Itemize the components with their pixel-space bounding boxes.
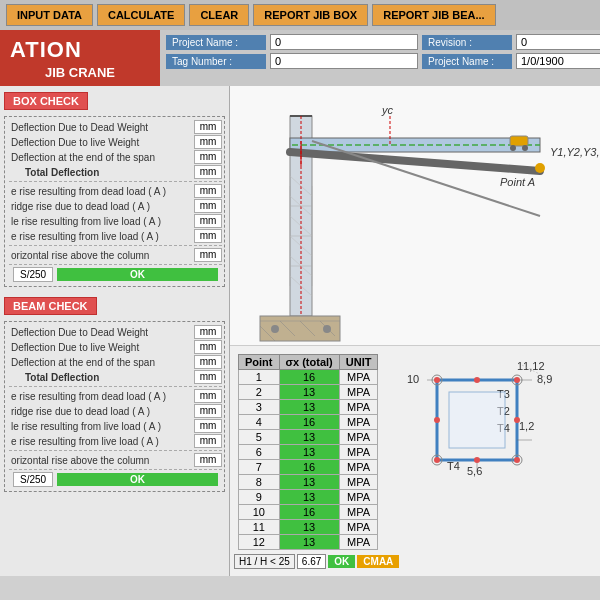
stress-point: 9	[239, 490, 280, 505]
stress-row-12: 12 13 MPA	[239, 535, 378, 550]
box-limit-label: S/250	[13, 267, 53, 282]
stress-unit: MPA	[339, 505, 378, 520]
beam-rise3-unit: mm	[194, 419, 222, 433]
tag-number-row: Tag Number : Project Name :	[166, 53, 600, 69]
svg-text:1,2: 1,2	[519, 420, 534, 432]
svg-text:8,9: 8,9	[537, 373, 552, 385]
box-rise3-unit: mm	[194, 214, 222, 228]
stress-unit: MPA	[339, 475, 378, 490]
beam-rise1-label: e rise resulting from dead load ( A )	[9, 391, 194, 402]
footer-formula: H1 / H < 25	[234, 554, 295, 569]
stress-row-4: 4 16 MPA	[239, 415, 378, 430]
revision-input[interactable]	[516, 34, 600, 50]
svg-rect-54	[449, 392, 505, 448]
stress-footer-row: H1 / H < 25 6.67 OK CMAA	[234, 554, 399, 569]
main-content: BOX CHECK Deflection Due to Dead Weight …	[0, 86, 600, 576]
beam-live-weight-row: Deflection Due to live Weight mm	[9, 340, 222, 354]
stress-row-10: 10 16 MPA	[239, 505, 378, 520]
main-title: ATION	[10, 37, 150, 63]
stress-point: 12	[239, 535, 280, 550]
input-data-button[interactable]: INPUT DATA	[6, 4, 93, 26]
crane-svg: yc Point A Y1,Y2,Y3,Y...	[230, 86, 600, 346]
stress-point: 7	[239, 460, 280, 475]
box-horiz-row: orizontal rise above the column mm	[9, 248, 222, 262]
beam-rise2-unit: mm	[194, 404, 222, 418]
report-jib-box-button[interactable]: REPORT JIB BOX	[253, 4, 368, 26]
box-rise4-label: e rise resulting from live load ( A )	[9, 231, 194, 242]
stress-unit: MPA	[339, 400, 378, 415]
stress-point: 10	[239, 505, 280, 520]
svg-text:11,12: 11,12	[517, 360, 545, 372]
stress-unit: MPA	[339, 370, 378, 385]
svg-text:5,6: 5,6	[467, 465, 482, 477]
stress-value: 16	[279, 505, 339, 520]
calculate-button[interactable]: CALCULATE	[97, 4, 185, 26]
stress-value: 16	[279, 370, 339, 385]
stress-row-1: 1 16 MPA	[239, 370, 378, 385]
stress-row-7: 7 16 MPA	[239, 460, 378, 475]
box-check-box: Deflection Due to Dead Weight mm Deflect…	[4, 116, 225, 287]
box-check-section: BOX CHECK Deflection Due to Dead Weight …	[0, 86, 229, 287]
beam-total-unit: mm	[194, 370, 222, 384]
box-rise4-row: e rise resulting from live load ( A ) mm	[9, 229, 222, 243]
beam-rise2-label: ridge rise due to dead load ( A )	[9, 406, 194, 417]
stress-unit: MPA	[339, 415, 378, 430]
box-span-row: Deflection at the end of the span mm	[9, 150, 222, 164]
clear-button[interactable]: CLEAR	[189, 4, 249, 26]
beam-horiz-label: orizontal rise above the column	[9, 455, 194, 466]
stress-point: 1	[239, 370, 280, 385]
beam-span-unit: mm	[194, 355, 222, 369]
tag-number-input[interactable]	[270, 53, 418, 69]
beam-live-weight-unit: mm	[194, 340, 222, 354]
svg-text:T4: T4	[447, 460, 460, 472]
col-point: Point	[239, 355, 280, 370]
beam-check-section: BEAM CHECK Deflection Due to Dead Weight…	[0, 291, 229, 492]
crane-diagram: yc Point A Y1,Y2,Y3,Y...	[230, 86, 600, 346]
box-live-weight-label: Deflection Due to live Weight	[9, 137, 194, 148]
box-dead-weight-unit: mm	[194, 120, 222, 134]
stress-point: 5	[239, 430, 280, 445]
stress-unit: MPA	[339, 445, 378, 460]
stress-value: 16	[279, 460, 339, 475]
stress-point: 2	[239, 385, 280, 400]
footer-value: 6.67	[297, 554, 326, 569]
col-sigma: σx (total)	[279, 355, 339, 370]
project-name-input[interactable]	[270, 34, 418, 50]
stress-unit: MPA	[339, 430, 378, 445]
beam-rise4-unit: mm	[194, 434, 222, 448]
stress-row-8: 8 13 MPA	[239, 475, 378, 490]
project-name2-input[interactable]	[516, 53, 600, 69]
stress-unit: MPA	[339, 460, 378, 475]
report-jib-beam-button[interactable]: REPORT JIB BEA...	[372, 4, 495, 26]
sub-title: JIB CRANE	[10, 65, 150, 80]
box-horiz-unit: mm	[194, 248, 222, 262]
box-rise3-label: le rise resulting from live load ( A )	[9, 216, 194, 227]
stress-unit: MPA	[339, 535, 378, 550]
svg-text:yc: yc	[381, 104, 394, 116]
box-rise1-unit: mm	[194, 184, 222, 198]
svg-point-61	[474, 377, 480, 383]
beam-check-title: BEAM CHECK	[4, 297, 97, 315]
svg-point-11	[535, 163, 545, 173]
stress-value: 13	[279, 385, 339, 400]
header-section: ATION JIB CRANE Project Name : Revision …	[0, 30, 600, 86]
svg-point-60	[434, 417, 440, 423]
project-name-row: Project Name : Revision :	[166, 34, 600, 50]
svg-point-56	[514, 377, 520, 383]
svg-point-4	[323, 325, 331, 333]
beam-rise1-unit: mm	[194, 389, 222, 403]
svg-point-33	[510, 145, 516, 151]
beam-horiz-row: orizontal rise above the column mm	[9, 453, 222, 467]
box-horiz-label: orizontal rise above the column	[9, 250, 194, 261]
beam-rise3-label: le rise resulting from live load ( A )	[9, 421, 194, 432]
beam-dead-weight-row: Deflection Due to Dead Weight mm	[9, 325, 222, 339]
stress-value: 13	[279, 400, 339, 415]
beam-dead-weight-label: Deflection Due to Dead Weight	[9, 327, 194, 338]
beam-cross-section: T2 T3 T4 T4 10 11,12 8,9 1,2 5,6	[403, 346, 600, 576]
svg-line-6	[290, 152, 540, 171]
box-total-unit: mm	[194, 165, 222, 179]
beam-total-row: Total Deflection mm	[9, 370, 222, 384]
top-bar: INPUT DATA CALCULATE CLEAR REPORT JIB BO…	[0, 0, 600, 30]
stress-point: 6	[239, 445, 280, 460]
svg-text:Point A: Point A	[500, 176, 535, 188]
